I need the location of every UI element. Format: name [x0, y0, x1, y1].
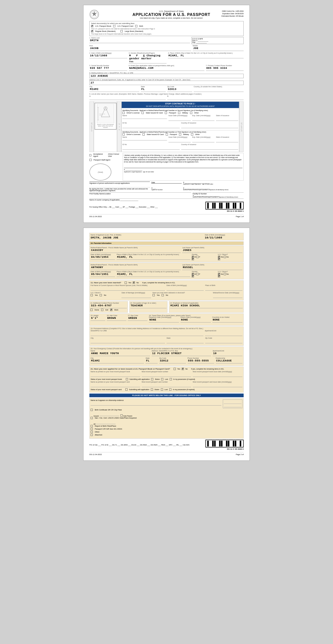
stop-banner: STOP! CONTINUE TO PAGE 2 - DO NOT SIGN A… [122, 102, 239, 108]
other-label-check[interactable] [91, 431, 93, 433]
stop-section: STOP! CONTINUE TO PAGE 2 - DO NOT SIGN A… [121, 102, 239, 152]
p2-dob: 10/21/1988 [205, 236, 222, 239]
mother-pob: MIAMI, FL [117, 256, 133, 258]
mother-citizen-no[interactable] [224, 256, 226, 258]
photo-area: FROM 1"TO 1 3/8" Attach a color photogra… [94, 102, 117, 152]
father-gender-f[interactable] [196, 273, 199, 275]
parent1-section: Mother/Father/Parent - First & Middle Na… [89, 246, 244, 262]
dob-gender-pob-row: 2. Date of Birth (mm/dd/yyyy) 10/12/1988… [89, 52, 244, 64]
p2-applicant-name: SMITH, JACOB JOE [91, 236, 118, 239]
other-check2[interactable] [191, 133, 193, 136]
card-lost[interactable] [161, 388, 163, 390]
declaration-text: I declare under penalty of perjury all o… [123, 153, 244, 180]
mother-gender-x[interactable] [192, 258, 194, 260]
dl-check1[interactable] [122, 112, 125, 114]
hair-color: BROWN [107, 316, 116, 320]
book-lost[interactable] [161, 378, 163, 380]
birth-cert-check[interactable] [91, 409, 93, 411]
book-stolen[interactable] [151, 378, 153, 380]
courier-line: Name of courier company (if applicable) … [89, 198, 244, 201]
q21-yes-check[interactable] [174, 368, 176, 370]
regular-book-checkbox[interactable] [91, 30, 93, 32]
passport-check2[interactable] [166, 133, 168, 136]
ec-apt: 10 [213, 352, 216, 355]
doc-checkboxes: U.S. Passport Book U.S. Passport Card Bo… [91, 25, 242, 27]
add-phone: 323-454-6767 [91, 304, 112, 307]
attached-check[interactable] [91, 434, 93, 436]
exp-label: Exp. ___________ [192, 42, 243, 43]
sections-15-17-18: 15. Height 6'1" 16. Hair Color BROWN 17.… [89, 314, 244, 326]
section10-header: 10. Parental Information [89, 242, 244, 245]
date-boxes [223, 400, 242, 408]
military-check1[interactable] [178, 112, 180, 114]
card-submitting[interactable] [125, 388, 128, 390]
card-possession[interactable] [169, 388, 171, 390]
stateid-check1[interactable] [142, 112, 144, 114]
name-last-value: SMITH [90, 39, 99, 42]
father-dob: 05/04/1951 [91, 273, 108, 276]
widowed-yes[interactable] [153, 294, 155, 296]
page2-barcode: ▌▐▌▐▌▐▌▐▌▐ DS 11 C 03 2022 2 [205, 440, 244, 450]
married-no-check[interactable] [133, 282, 135, 284]
issuing-office-fields: Name as it appears on citizenship eviden… [89, 398, 244, 439]
card-stolen[interactable] [151, 388, 153, 390]
large-book-checkbox[interactable] [120, 30, 123, 32]
father-pob: MIAMI, FL [117, 273, 133, 276]
mother-citizen-yes[interactable] [218, 256, 220, 258]
spouse-citizen-yes[interactable] [91, 294, 93, 296]
sole-parent-check[interactable] [120, 414, 123, 416]
father-citizen-x2[interactable] [218, 275, 220, 278]
cell-check[interactable] [101, 309, 103, 311]
father-citizen-yes[interactable] [218, 273, 220, 275]
mother-citizen-x[interactable] [218, 258, 220, 260]
passport-book-checkbox[interactable] [91, 25, 93, 27]
book-submitting[interactable] [126, 378, 128, 380]
military-check2[interactable] [179, 133, 181, 136]
spouse-citizen-no[interactable] [100, 294, 102, 296]
acceptance-agent-check[interactable] [89, 154, 91, 156]
father-citizen-no[interactable] [224, 273, 226, 275]
passport-staff-check[interactable] [89, 159, 92, 161]
nat-cert-check[interactable] [91, 417, 93, 419]
mother-gender-m[interactable] [192, 256, 194, 258]
page2-barcode-area: P/C of Citz ___ P/C of ID ___ DS-71 ___ … [89, 440, 244, 450]
end-label: End. # ___________ [192, 40, 243, 42]
parent2-section: Mother/Father/Parent - First & Middle Na… [89, 263, 244, 279]
dl-check2[interactable] [122, 133, 125, 136]
home-check[interactable] [90, 309, 92, 311]
ec-address: 12 FLOCIER STREET [152, 352, 182, 355]
married-yes-check[interactable] [125, 282, 127, 284]
q21-no-check[interactable] [182, 368, 184, 370]
mother-gender-f[interactable] [196, 256, 199, 258]
doos-label: D O O S NFR [192, 38, 243, 40]
acceptance-checkboxes: Acceptance Agent (Vice) Consul USA Passp… [89, 153, 121, 180]
father-gender-m[interactable] [192, 273, 194, 275]
pob-value: MIAMI, FL [168, 54, 184, 57]
passport-card-checkbox[interactable] [113, 25, 115, 27]
svg-text:1 3/8": 1 3/8" [99, 115, 102, 116]
passport-label-check[interactable] [91, 428, 93, 430]
report-birth-check[interactable] [91, 425, 93, 427]
stateid-check2[interactable] [142, 133, 145, 136]
passport-check1[interactable] [165, 112, 167, 114]
section20: 20. Your Emergency Contact (Provide the … [89, 346, 244, 366]
first-middle-row: First JACOB Middle JOE [89, 45, 244, 52]
widowed-no[interactable] [162, 294, 164, 296]
book-possession[interactable] [170, 378, 172, 380]
other-check1[interactable] [190, 112, 192, 114]
father-gender-x2[interactable] [192, 275, 194, 278]
book-type-checkboxes: Regular Book (Standard) Large Book (Stan… [91, 30, 242, 32]
depart-date: NONE [149, 318, 156, 321]
passport-note: The U.S. passport card is not valid for … [91, 28, 242, 30]
email-value: NAME@GMAIL.COM [129, 67, 154, 70]
work-check[interactable] [110, 309, 112, 311]
ec-name: ANNE MARIE YOUTH [91, 352, 119, 355]
countries: NONE [213, 318, 220, 321]
svg-marker-2 [92, 11, 97, 16]
ssn-email-phone-row: 5. Social Security Number 939 587 777 6.… [89, 65, 244, 71]
mother-dob: 04/05/1954 [91, 256, 108, 258]
staple-right: STAPLE [239, 102, 244, 152]
mother-first: CASSIDY [91, 249, 103, 252]
both-checkbox[interactable] [135, 25, 137, 27]
large-book-note: The large book is for frequent internati… [91, 33, 242, 35]
